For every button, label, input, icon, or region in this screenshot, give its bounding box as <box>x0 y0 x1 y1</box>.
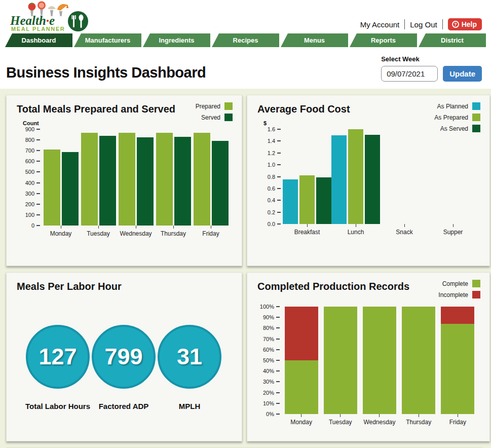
nav-tab-district[interactable]: District <box>419 33 486 47</box>
y-axis-ticks: 0.00.20.40.60.81.01.21.41.6 <box>257 129 281 224</box>
y-tick: 20% <box>257 389 280 396</box>
y-tick: 0% <box>257 410 280 418</box>
legend-swatch <box>472 114 480 121</box>
bar-group-wednesday: Wednesday <box>119 129 154 237</box>
nav-tab-menus[interactable]: Menus <box>281 33 348 47</box>
bar-chart-plot: BreakfastLunchSnackSupper <box>281 129 479 236</box>
legend-label: Prepared <box>196 103 220 110</box>
legend-item-as-planned: As Planned <box>434 102 480 110</box>
chart-legend: PreparedServed <box>196 102 233 121</box>
segment-complete-wednesday <box>363 307 396 414</box>
panel-total-meals: Total Meals Prepared and Served Prepared… <box>6 95 242 266</box>
bar-group-monday: Monday <box>285 307 318 426</box>
y-tick: 80% <box>257 324 280 331</box>
segment-complete-friday <box>441 324 474 414</box>
x-tick <box>307 224 308 227</box>
x-label-snack: Snack <box>396 229 412 236</box>
kpi-value: 127 <box>39 344 77 370</box>
help-button[interactable]: ? Help <box>448 18 482 30</box>
chart-legend: CompleteIncomplete <box>438 280 480 298</box>
x-label-friday: Friday <box>202 230 219 237</box>
legend-item-incomplete: Incomplete <box>438 291 480 298</box>
y-axis-ticks: 0100200300400500600700800900 <box>17 129 40 226</box>
legend-item-as-served: As Served <box>434 125 480 132</box>
bar-as-served-lunch <box>365 135 380 224</box>
x-tick <box>404 224 405 227</box>
y-tick: 1.4 <box>257 137 281 144</box>
y-tick: 1.6 <box>257 126 281 133</box>
my-account-link[interactable]: My Account <box>360 20 400 29</box>
y-tick: 0.4 <box>257 197 281 204</box>
log-out-link[interactable]: Log Out <box>410 20 437 29</box>
y-tick: 600 <box>17 158 40 165</box>
x-label-tuesday: Tuesday <box>87 230 110 237</box>
x-label-monday: Monday <box>290 419 312 426</box>
header-separator <box>404 19 405 29</box>
segment-complete-thursday <box>402 307 435 414</box>
help-button-label: Help <box>462 20 477 28</box>
kpi-total-labor-hours: 127Total Labor Hours <box>25 325 91 410</box>
legend-swatch <box>224 102 233 110</box>
segment-complete-monday <box>285 360 318 414</box>
update-button[interactable]: Update <box>443 66 482 82</box>
bar-group-breakfast: Breakfast <box>283 129 331 236</box>
logo-subtitle: MEAL PLANNER <box>11 26 65 32</box>
nav-tab-reports[interactable]: Reports <box>350 33 417 47</box>
x-tick <box>301 414 301 417</box>
legend-swatch <box>472 102 480 110</box>
bar-as-prepared-breakfast <box>299 175 315 224</box>
fork-spoon-circle-icon <box>68 11 88 31</box>
panel-average-food-cost: Average Food Cost As PlannedAs PreparedA… <box>247 95 490 266</box>
week-date-input[interactable] <box>381 66 438 82</box>
y-tick: 300 <box>17 190 40 197</box>
y-tick: 1.2 <box>257 150 281 157</box>
y-tick: 40% <box>257 367 280 375</box>
y-tick: 0.6 <box>257 185 281 192</box>
bar-as-planned-breakfast <box>283 179 298 224</box>
kpi-mplh: 31MPLH <box>157 325 222 410</box>
select-week-block: Select Week Update <box>381 55 482 82</box>
title-row: Business Insights Dashboard Select Week … <box>0 47 491 89</box>
stacked-bar <box>363 307 396 414</box>
healthe-meal-planner-logo[interactable]: Health·e MEAL PLANNER <box>9 1 89 32</box>
bar-group-lunch: Lunch <box>331 129 380 236</box>
stacked-bar <box>402 307 435 414</box>
kpi-circles-row: 127Total Labor Hours799Factored ADP31MPL… <box>17 325 232 410</box>
bar-served-thursday <box>174 137 191 226</box>
bar-group-supper: Supper <box>429 129 477 236</box>
legend-label: Incomplete <box>438 291 468 298</box>
x-tick <box>356 224 356 227</box>
bar-served-monday <box>62 152 79 226</box>
stacked-bar <box>285 307 318 414</box>
y-axis-ticks: 0%10%20%30%40%50%60%70%80%90%100% <box>257 307 280 414</box>
bar-group-thursday: Thursday <box>156 129 191 237</box>
x-tick <box>61 226 61 229</box>
y-tick: 400 <box>17 179 40 186</box>
nav-tab-dashboard[interactable]: Dashboard <box>5 33 72 47</box>
kpi-circle: 799 <box>92 325 156 389</box>
x-label-monday: Monday <box>50 230 72 237</box>
bar-as-served-breakfast <box>316 177 331 224</box>
nav-tab-ingredients[interactable]: Ingredients <box>143 33 210 47</box>
legend-item-as-prepared: As Prepared <box>434 114 480 121</box>
header-separator <box>442 19 443 29</box>
bar-as-prepared-lunch <box>348 129 363 224</box>
kpi-label: Factored ADP <box>91 402 157 410</box>
legend-label: As Served <box>440 125 468 132</box>
app-header: Health·e MEAL PLANNER My Account Log Out… <box>0 0 491 33</box>
bar-group-thursday: Thursday <box>402 307 435 426</box>
panel-meals-per-labor-hour: Meals Per Labor Hour 127Total Labor Hour… <box>6 272 242 441</box>
question-mark-icon: ? <box>452 21 459 28</box>
bar-group-friday: Friday <box>441 307 474 426</box>
nav-tab-recipes[interactable]: Recipes <box>212 33 279 47</box>
x-label-thursday: Thursday <box>406 419 431 426</box>
kpi-value: 31 <box>177 344 202 370</box>
chart-legend: As PlannedAs PreparedAs Served <box>434 102 480 132</box>
nav-tab-manufacturers[interactable]: Manufacturers <box>74 33 141 47</box>
x-label-wednesday: Wednesday <box>120 230 152 237</box>
bar-prepared-friday <box>194 133 210 226</box>
y-tick: 100 <box>17 211 40 218</box>
x-tick <box>453 224 454 227</box>
x-label-tuesday: Tuesday <box>329 419 352 426</box>
mushroom-icon <box>48 6 56 10</box>
